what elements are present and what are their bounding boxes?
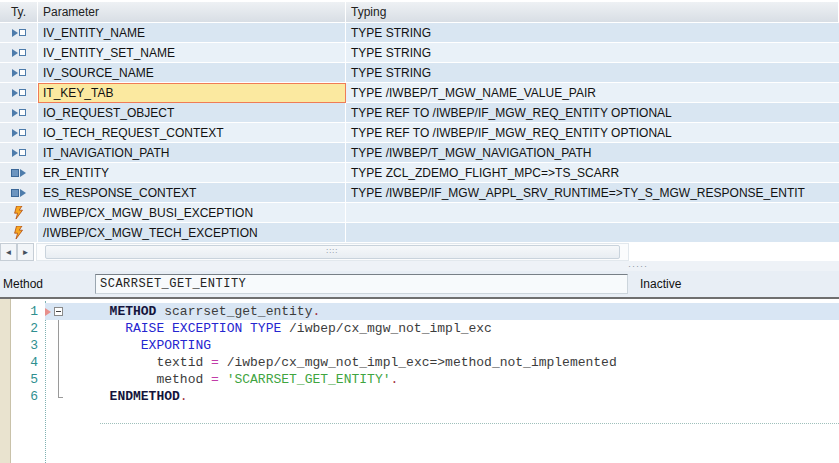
line-number[interactable]: 1 <box>11 304 44 319</box>
code-line[interactable]: 4 textid = /iwbep/cx_mgw_not_impl_exc=>m… <box>11 354 839 371</box>
code-lines: 1 METHOD scarrset_get_entity.2 RAISE EXC… <box>11 303 839 405</box>
method-end-dotted-line <box>100 423 839 424</box>
scrollbar-track[interactable]: ∷∷ <box>36 243 629 261</box>
code-line[interactable]: 5 method = 'SCARRSET_GET_ENTITY'. <box>11 371 839 388</box>
table-row[interactable]: IT_NAVIGATION_PATHTYPE /IWBEP/T_MGW_NAVI… <box>0 143 839 163</box>
table-row[interactable]: IO_TECH_REQUEST_CONTEXTTYPE REF TO /IWBE… <box>0 123 839 143</box>
parameter-cell[interactable]: IT_NAVIGATION_PATH <box>38 143 346 163</box>
editor-margin-strip <box>0 299 11 463</box>
fold-column[interactable] <box>44 303 68 320</box>
splitter-grip-icon[interactable]: ····· <box>628 261 648 271</box>
abap-code-editor[interactable]: 1 METHOD scarrset_get_entity.2 RAISE EXC… <box>0 297 839 463</box>
importing-parameter-icon <box>19 49 26 56</box>
parameter-cell[interactable]: IV_SOURCE_NAME <box>38 63 346 83</box>
table-row[interactable]: IV_ENTITY_SET_NAMETYPE STRING <box>0 43 839 63</box>
scroll-right-arrow-icon[interactable]: ► <box>17 243 34 261</box>
parameter-cell[interactable]: ES_RESPONSE_CONTEXT <box>38 183 346 203</box>
table-row[interactable]: IO_REQUEST_OBJECTTYPE REF TO /IWBEP/IF_M… <box>0 103 839 123</box>
parameter-cell[interactable]: IO_REQUEST_OBJECT <box>38 103 346 123</box>
typing-cell[interactable] <box>346 223 839 243</box>
line-number[interactable]: 5 <box>11 372 44 387</box>
table-row[interactable]: IV_ENTITY_NAMETYPE STRING <box>0 23 839 43</box>
horizontal-scrollbar: ◄ ► ∷∷ <box>0 243 839 261</box>
fold-column <box>44 320 68 337</box>
code-text[interactable]: ENDMETHOD. <box>68 389 839 404</box>
line-number[interactable]: 4 <box>11 355 44 370</box>
typing-cell[interactable]: TYPE /IWBEP/T_MGW_NAME_VALUE_PAIR <box>346 83 839 103</box>
pane-splitter[interactable]: ····· <box>0 261 839 271</box>
exception-icon <box>13 206 24 219</box>
line-number[interactable]: 2 <box>11 321 44 336</box>
scrollbar-thumb[interactable]: ∷∷ <box>45 245 620 259</box>
importing-parameter-icon <box>19 149 26 156</box>
type-cell <box>0 63 38 83</box>
method-name-field[interactable]: SCARRSET_GET_ENTITY <box>95 274 628 294</box>
importing-parameter-icon <box>12 69 18 77</box>
column-header-parameter[interactable]: Parameter <box>38 2 346 23</box>
type-cell <box>0 163 38 183</box>
table-row[interactable]: IT_KEY_TABTYPE /IWBEP/T_MGW_NAME_VALUE_P… <box>0 83 839 103</box>
table-row[interactable]: /IWBEP/CX_MGW_TECH_EXCEPTION <box>0 223 839 243</box>
parameter-cell-selected[interactable]: IT_KEY_TAB <box>38 83 346 103</box>
type-cell <box>0 203 38 223</box>
importing-parameter-icon <box>19 129 26 136</box>
typing-cell[interactable]: TYPE ZCL_ZDEMO_FLIGHT_MPC=>TS_SCARR <box>346 163 839 183</box>
line-number[interactable]: 6 <box>11 389 44 404</box>
typing-cell[interactable]: TYPE STRING <box>346 63 839 83</box>
type-cell <box>0 83 38 103</box>
current-line-marker-icon <box>45 308 51 316</box>
parameter-signature-table: Ty. Parameter Typing IV_ENTITY_NAMETYPE … <box>0 2 839 243</box>
line-number[interactable]: 3 <box>11 338 44 353</box>
typing-cell[interactable]: TYPE REF TO /IWBEP/IF_MGW_REQ_ENTITY OPT… <box>346 103 839 123</box>
exporting-parameter-icon <box>11 189 19 197</box>
table-row[interactable]: /IWBEP/CX_MGW_BUSI_EXCEPTION <box>0 203 839 223</box>
parameter-cell[interactable]: ER_ENTITY <box>38 163 346 183</box>
importing-parameter-icon <box>12 89 18 97</box>
parameter-cell[interactable]: IV_ENTITY_NAME <box>38 23 346 43</box>
table-row[interactable]: ES_RESPONSE_CONTEXTTYPE /IWBEP/IF_MGW_AP… <box>0 183 839 203</box>
code-text[interactable]: METHOD scarrset_get_entity. <box>68 304 839 319</box>
table-row[interactable]: IV_SOURCE_NAMETYPE STRING <box>0 63 839 83</box>
code-text[interactable]: RAISE EXCEPTION TYPE /iwbep/cx_mgw_not_i… <box>68 321 839 336</box>
fold-collapse-icon[interactable] <box>54 307 63 316</box>
typing-cell[interactable]: TYPE /IWBEP/IF_MGW_APPL_SRV_RUNTIME=>TY_… <box>346 183 839 203</box>
parameter-cell[interactable]: /IWBEP/CX_MGW_BUSI_EXCEPTION <box>38 203 346 223</box>
exporting-parameter-icon <box>11 169 19 177</box>
fold-column <box>44 354 68 371</box>
code-text[interactable]: textid = /iwbep/cx_mgw_not_impl_exc=>met… <box>68 355 839 370</box>
importing-parameter-icon <box>12 129 18 137</box>
code-line[interactable]: 2 RAISE EXCEPTION TYPE /iwbep/cx_mgw_not… <box>11 320 839 337</box>
parameter-cell[interactable]: /IWBEP/CX_MGW_TECH_EXCEPTION <box>38 223 346 243</box>
importing-parameter-icon <box>12 29 18 37</box>
typing-cell[interactable] <box>346 203 839 223</box>
column-header-type[interactable]: Ty. <box>0 2 38 23</box>
exporting-parameter-icon <box>20 189 26 197</box>
typing-cell[interactable]: TYPE STRING <box>346 43 839 63</box>
parameter-cell[interactable]: IV_ENTITY_SET_NAME <box>38 43 346 63</box>
code-line[interactable]: 3 EXPORTING <box>11 337 839 354</box>
table-row[interactable]: ER_ENTITYTYPE ZCL_ZDEMO_FLIGHT_MPC=>TS_S… <box>0 163 839 183</box>
type-cell <box>0 143 38 163</box>
column-header-typing[interactable]: Typing <box>346 2 839 23</box>
fold-column <box>44 388 68 405</box>
code-line[interactable]: 1 METHOD scarrset_get_entity. <box>11 303 839 320</box>
typing-cell[interactable]: TYPE /IWBEP/T_MGW_NAVIGATION_PATH <box>346 143 839 163</box>
method-bar: Method SCARRSET_GET_ENTITY Inactive <box>0 271 839 297</box>
code-text[interactable]: EXPORTING <box>68 338 839 353</box>
status-badge: Inactive <box>640 277 681 291</box>
importing-parameter-icon <box>12 49 18 57</box>
parameter-cell[interactable]: IO_TECH_REQUEST_CONTEXT <box>38 123 346 143</box>
typing-cell[interactable]: TYPE REF TO /IWBEP/IF_MGW_REQ_ENTITY OPT… <box>346 123 839 143</box>
importing-parameter-icon <box>19 29 26 36</box>
code-text[interactable]: method = 'SCARRSET_GET_ENTITY'. <box>68 372 839 387</box>
exception-icon <box>13 226 24 239</box>
typing-cell[interactable]: TYPE STRING <box>346 23 839 43</box>
scroll-left-arrow-icon[interactable]: ◄ <box>0 243 17 261</box>
parameter-rows: IV_ENTITY_NAMETYPE STRINGIV_ENTITY_SET_N… <box>0 23 839 243</box>
importing-parameter-icon <box>12 149 18 157</box>
code-line[interactable]: 6 ENDMETHOD. <box>11 388 839 405</box>
fold-column <box>44 337 68 354</box>
importing-parameter-icon <box>12 109 18 117</box>
type-cell <box>0 223 38 243</box>
scrollbar-grip-icon: ∷∷ <box>326 250 338 254</box>
